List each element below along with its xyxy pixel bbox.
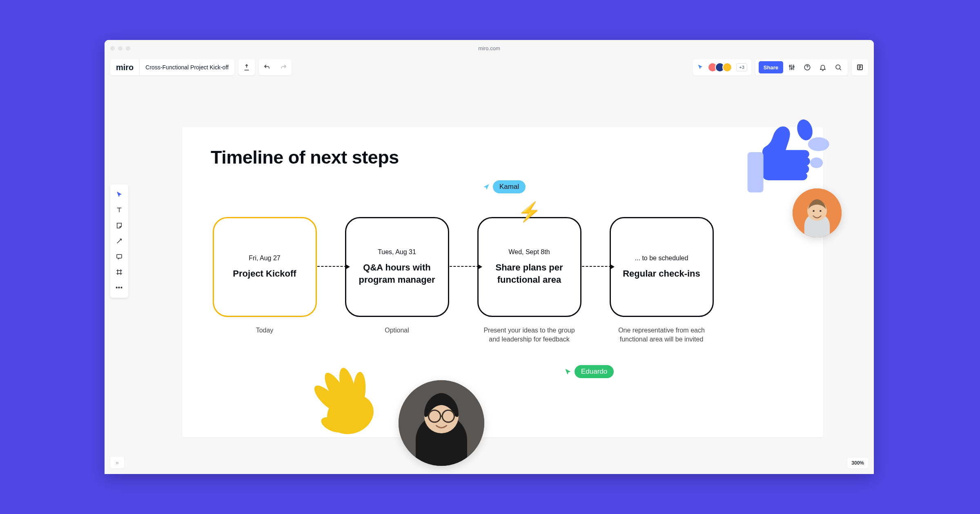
timeline: Fri, Aug 27 Project Kickoff Today Tues, … bbox=[211, 217, 803, 344]
share-icons-card: Share bbox=[755, 59, 848, 75]
export-card bbox=[238, 59, 255, 75]
card-title: Project Kickoff bbox=[233, 268, 296, 280]
svg-point-1 bbox=[791, 68, 793, 69]
lightning-icon: ⚡ bbox=[518, 201, 541, 223]
app-toolbar: miro Cross-Functional Project Kick-off bbox=[105, 56, 874, 78]
zoom-level[interactable]: 300% bbox=[847, 458, 868, 468]
card-caption: One representative from each functional … bbox=[610, 326, 713, 344]
toolbar-right: +3 Share bbox=[693, 59, 868, 75]
cursor-icon bbox=[564, 368, 572, 376]
card-caption: Optional bbox=[385, 326, 409, 335]
svg-point-24 bbox=[813, 210, 814, 212]
help-button[interactable] bbox=[800, 59, 814, 75]
svg-point-8 bbox=[808, 137, 829, 151]
browser-url: miro.com bbox=[478, 45, 500, 51]
avatar-stack bbox=[708, 62, 732, 72]
browser-window: miro.com miro Cross-Functional Project K… bbox=[105, 40, 874, 474]
left-toolbar: ••• bbox=[110, 184, 128, 298]
collaborator-cursor-eduardo: Eduardo bbox=[564, 365, 614, 378]
traffic-light-minimize[interactable] bbox=[118, 46, 122, 51]
connector-line bbox=[582, 266, 611, 267]
timeline-step[interactable]: ... to be scheduled Regular check-ins On… bbox=[608, 217, 715, 344]
svg-point-9 bbox=[810, 157, 823, 168]
card-caption: Today bbox=[256, 326, 274, 335]
comment-tool[interactable] bbox=[110, 249, 128, 264]
traffic-light-zoom[interactable] bbox=[126, 46, 130, 51]
wave-icon bbox=[305, 360, 386, 441]
timeline-step[interactable]: Tues, Aug 31 Q&A hours with program mana… bbox=[343, 217, 451, 344]
expand-button[interactable]: » bbox=[110, 457, 124, 468]
svg-point-4 bbox=[836, 65, 840, 69]
participant-avatar bbox=[399, 380, 484, 466]
card-date: Fri, Aug 27 bbox=[249, 255, 280, 262]
connector-line bbox=[450, 266, 479, 267]
traffic-lights bbox=[110, 46, 130, 51]
connector-line bbox=[317, 266, 347, 267]
card-caption: Present your ideas to the group and lead… bbox=[478, 326, 580, 344]
card-title: Regular check-ins bbox=[623, 268, 700, 280]
canvas[interactable]: ••• Timeline of next steps Kamal Fri, Au… bbox=[105, 78, 874, 474]
search-button[interactable] bbox=[831, 59, 845, 75]
svg-point-25 bbox=[820, 210, 821, 212]
svg-rect-6 bbox=[117, 255, 122, 258]
miro-logo[interactable]: miro bbox=[110, 59, 140, 75]
undo-button[interactable] bbox=[259, 59, 275, 75]
browser-chrome: miro.com bbox=[105, 40, 874, 56]
presence-panel[interactable]: +3 bbox=[693, 59, 751, 75]
participant-avatar bbox=[793, 188, 842, 237]
collaborator-avatar[interactable] bbox=[722, 62, 732, 72]
line-tool[interactable] bbox=[110, 233, 128, 249]
select-tool[interactable] bbox=[110, 187, 128, 202]
redo-button[interactable] bbox=[275, 59, 292, 75]
card-title: Q&A hours with program manager bbox=[354, 261, 440, 286]
collaborator-tag: Kamal bbox=[493, 180, 526, 193]
activity-button[interactable] bbox=[852, 59, 868, 75]
undo-redo-card bbox=[259, 59, 292, 75]
timeline-step[interactable]: ⚡ Wed, Sept 8th Share plans per function… bbox=[475, 217, 583, 344]
settings-button[interactable] bbox=[785, 59, 799, 75]
export-button[interactable] bbox=[238, 59, 255, 75]
presence-cursor-icon bbox=[697, 64, 704, 71]
traffic-light-close[interactable] bbox=[110, 46, 115, 51]
svg-point-7 bbox=[795, 118, 815, 142]
frame-tool[interactable] bbox=[110, 264, 128, 280]
frame-title: Timeline of next steps bbox=[211, 147, 399, 168]
card-date: Wed, Sept 8th bbox=[508, 248, 550, 256]
cursor-icon bbox=[482, 183, 490, 191]
board-name[interactable]: Cross-Functional Project Kick-off bbox=[140, 64, 234, 71]
timeline-card[interactable]: Fri, Aug 27 Project Kickoff bbox=[213, 217, 317, 317]
timeline-card[interactable]: Wed, Sept 8th Share plans per functional… bbox=[477, 217, 581, 317]
svg-rect-10 bbox=[748, 152, 764, 193]
svg-point-0 bbox=[789, 66, 791, 67]
card-title: Share plans per functional area bbox=[487, 261, 572, 286]
share-button[interactable]: Share bbox=[759, 61, 783, 73]
timeline-card[interactable]: ... to be scheduled Regular check-ins bbox=[610, 217, 714, 317]
collaborator-cursor-kamal: Kamal bbox=[482, 180, 526, 193]
timeline-step[interactable]: Fri, Aug 27 Project Kickoff Today bbox=[211, 217, 318, 344]
timeline-card[interactable]: Tues, Aug 31 Q&A hours with program mana… bbox=[345, 217, 449, 317]
more-collaborators[interactable]: +3 bbox=[736, 63, 747, 71]
board-title-card: miro Cross-Functional Project Kick-off bbox=[110, 59, 234, 75]
more-tools[interactable]: ••• bbox=[110, 280, 128, 295]
card-date: Tues, Aug 31 bbox=[378, 248, 416, 256]
notifications-button[interactable] bbox=[816, 59, 830, 75]
svg-point-2 bbox=[793, 66, 794, 67]
canvas-frame[interactable]: Timeline of next steps Kamal Fri, Aug 27… bbox=[182, 127, 823, 437]
sticky-tool[interactable] bbox=[110, 218, 128, 233]
text-tool[interactable] bbox=[110, 202, 128, 218]
collaborator-tag: Eduardo bbox=[575, 365, 614, 378]
card-date: ... to be scheduled bbox=[635, 255, 688, 262]
